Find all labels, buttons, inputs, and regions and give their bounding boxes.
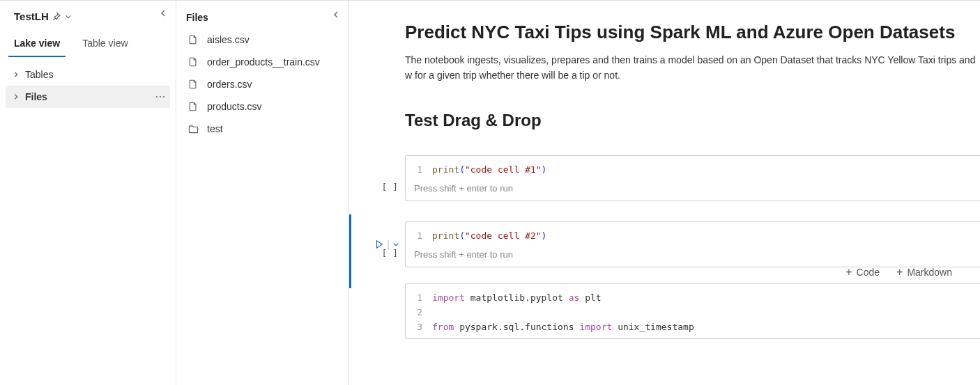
chevron-right-icon [11, 71, 21, 78]
plus-icon: + [845, 267, 852, 278]
file-icon [186, 102, 200, 111]
folder-icon [186, 124, 200, 134]
chevron-down-icon[interactable] [65, 13, 72, 20]
run-hint: Press shift + enter to run [406, 248, 980, 267]
tree-label-tables: Tables [25, 69, 53, 80]
file-name: orders.csv [207, 79, 252, 90]
line-number: 3 [414, 320, 432, 335]
file-item[interactable]: aisles.csv [182, 29, 343, 51]
file-list: aisles.csvorder_products__train.csvorder… [176, 29, 349, 140]
file-item[interactable]: orders.csv [182, 73, 343, 95]
collapse-files-icon[interactable] [332, 10, 340, 19]
line-number: 1 [414, 163, 432, 178]
tree-item-tables[interactable]: Tables [6, 63, 170, 86]
notebook-description: The notebook ingests, visualizes, prepar… [405, 53, 980, 83]
run-options-button[interactable] [392, 241, 399, 248]
workspace-sidebar: TestLH Lake view Table view Tables [0, 1, 176, 385]
code-cell[interactable]: |1print("code cell #2")Press shift + ent… [349, 221, 980, 267]
notebook-area: Predict NYC Taxi Tips using Spark ML and… [349, 1, 980, 385]
tree-label-files: Files [25, 91, 47, 102]
cell-editor[interactable]: 1print("code cell #1")Press shift + ente… [405, 155, 980, 201]
run-cell-button[interactable] [374, 239, 384, 249]
cell-editor[interactable]: 1print("code cell #2")Press shift + ente… [405, 221, 980, 267]
file-item[interactable]: order_products__train.csv [182, 51, 343, 73]
file-icon [186, 79, 200, 89]
file-name: test [207, 123, 223, 134]
file-name: aisles.csv [207, 34, 250, 45]
tree-item-files[interactable]: Files [6, 86, 170, 108]
plus-icon: + [896, 267, 903, 278]
notebook-title: Predict NYC Taxi Tips using Spark ML and… [405, 22, 980, 43]
workspace-tree: Tables Files [0, 58, 176, 108]
collapse-sidebar-icon[interactable] [159, 9, 167, 17]
file-name: order_products__train.csv [207, 56, 320, 68]
file-name: products.csv [207, 101, 262, 112]
run-hint: Press shift + enter to run [406, 182, 980, 201]
svg-point-2 [163, 96, 164, 97]
tab-lake-view[interactable]: Lake view [8, 33, 66, 57]
files-panel: Files aisles.csvorder_products__train.cs… [176, 1, 349, 385]
line-number: 1 [414, 229, 432, 244]
view-tabs: Lake view Table view [0, 25, 176, 58]
line-number: 1 [414, 291, 432, 306]
add-code-cell-button[interactable]: +Code [845, 267, 880, 278]
more-icon[interactable] [155, 91, 166, 102]
code-cell[interactable]: 1print("code cell #1")Press shift + ente… [349, 155, 980, 201]
cell-gutter [349, 155, 405, 201]
pin-icon[interactable] [52, 12, 61, 21]
files-panel-title: Files [186, 12, 208, 23]
cell-gutter [349, 283, 405, 339]
chevron-right-icon [11, 93, 21, 100]
notebook-subtitle: Test Drag & Drop [405, 111, 980, 130]
file-item[interactable]: products.csv [182, 95, 343, 118]
file-icon [186, 57, 200, 67]
line-number: 2 [414, 306, 432, 320]
tab-table-view[interactable]: Table view [77, 33, 133, 57]
file-icon [186, 35, 200, 45]
cell-editor[interactable]: 1import matplotlib.pyplot as plt23from p… [405, 283, 980, 339]
workspace-title: TestLH [14, 10, 49, 22]
code-cell[interactable]: 1import matplotlib.pyplot as plt23from p… [349, 283, 980, 339]
cell-gutter: | [349, 221, 405, 267]
svg-point-0 [156, 96, 158, 97]
svg-point-1 [160, 96, 161, 97]
add-markdown-cell-button[interactable]: +Markdown [896, 267, 952, 278]
folder-item[interactable]: test [182, 118, 343, 140]
